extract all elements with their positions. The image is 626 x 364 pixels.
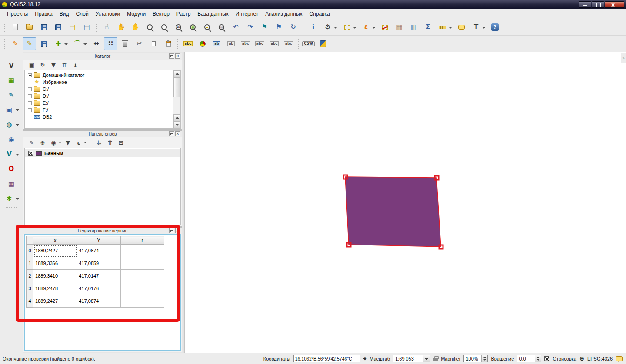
catalog-refresh-button[interactable]: ↻ <box>38 60 47 69</box>
add-vector-layer-button[interactable]: V <box>3 59 20 72</box>
menu-item[interactable]: Проекты <box>3 10 31 18</box>
help-button[interactable]: ? <box>488 21 502 33</box>
new-layer-button[interactable]: ✱ <box>2 192 21 205</box>
zoom-out-button[interactable]: − <box>157 21 171 33</box>
restore-button[interactable] <box>592 1 604 8</box>
add-group-button[interactable]: ⊕ <box>38 138 47 147</box>
scroll-up-icon[interactable] <box>173 114 180 121</box>
panel-close-button[interactable]: × <box>175 53 180 59</box>
copy-features-button[interactable] <box>147 37 160 50</box>
cell-y[interactable]: 417,0859 <box>77 257 120 270</box>
expander-icon[interactable] <box>28 108 32 112</box>
cell-x[interactable]: 1889,2427 <box>33 245 77 257</box>
text-annotation-button[interactable]: T <box>469 21 487 33</box>
labeling-options-button[interactable]: abc <box>181 37 195 50</box>
catalog-properties-button[interactable]: ℹ <box>70 60 80 69</box>
menu-item[interactable]: Растр <box>173 10 194 18</box>
column-header-r[interactable]: r <box>120 236 164 245</box>
coordinates-input[interactable]: 16.1062°В,56°59'42.5746"С <box>293 355 360 362</box>
expander-icon[interactable] <box>28 94 32 98</box>
selected-polygon[interactable] <box>345 177 441 247</box>
paste-features-button[interactable] <box>161 37 175 50</box>
circular-string-button[interactable]: ⌒ <box>70 37 89 50</box>
refresh-button[interactable]: ↻ <box>286 21 300 33</box>
row-number[interactable]: 4 <box>27 295 33 308</box>
composer-manager-button[interactable]: ▤ <box>80 21 93 33</box>
zoom-to-layer-button[interactable]: ▤ <box>215 21 228 33</box>
rotate-label-button[interactable]: abc <box>267 37 281 50</box>
cell-x[interactable]: 1889,3410 <box>33 270 77 282</box>
cell-y[interactable]: 417,0874 <box>77 295 120 308</box>
vertex-panel-header[interactable]: Редактирование вершин × <box>23 228 182 234</box>
toolbar-grip[interactable] <box>4 23 6 32</box>
cell-y[interactable]: 417,0147 <box>77 270 120 282</box>
layer-name[interactable]: Банный <box>44 151 63 156</box>
column-header-x[interactable]: x <box>33 236 77 245</box>
delete-selected-button[interactable] <box>118 37 132 50</box>
close-button[interactable] <box>605 1 624 8</box>
python-console-button[interactable] <box>316 37 330 50</box>
toolbar-grip[interactable] <box>96 23 97 32</box>
lock-scale-icon[interactable] <box>433 358 438 361</box>
browser-tree-item[interactable]: Домашний каталог <box>25 72 173 79</box>
messages-icon[interactable] <box>616 356 623 361</box>
pan-map-button[interactable]: ✋ <box>114 21 128 33</box>
row-number[interactable]: 0 <box>27 245 33 257</box>
zoom-to-selection-button[interactable]: ▬ <box>200 21 214 33</box>
cut-features-button[interactable]: ✂ <box>133 37 146 50</box>
touch-zoom-button[interactable]: ☝ <box>100 21 113 33</box>
rotation-spinbox[interactable]: 0,0 <box>517 355 541 362</box>
expander-icon[interactable] <box>28 115 32 119</box>
column-header-y[interactable]: Y <box>77 236 120 245</box>
spin-down-icon[interactable] <box>537 359 539 361</box>
add-wms-layer-button[interactable]: ◉ <box>3 133 20 146</box>
menu-item[interactable]: Справка <box>306 10 333 18</box>
catalog-add-layers-button[interactable]: ▣ <box>27 60 37 69</box>
toolbar-extension-button[interactable]: » <box>621 53 626 63</box>
zoom-next-button[interactable]: ↷ <box>243 21 257 33</box>
add-spatialite-layer-button[interactable]: ✎ <box>3 89 20 102</box>
add-raster-layer-button[interactable]: ▦ <box>3 74 20 87</box>
cell-r[interactable] <box>120 270 164 282</box>
scale-combobox[interactable]: 1:69 053 <box>393 355 430 362</box>
identify-button[interactable]: ℹ <box>306 21 320 33</box>
cell-r[interactable] <box>120 245 164 257</box>
cell-r[interactable] <box>120 282 164 295</box>
cell-y[interactable]: 417,0874 <box>77 245 120 257</box>
scroll-up-icon[interactable] <box>173 70 180 77</box>
map-canvas[interactable]: » <box>184 52 626 353</box>
expander-icon[interactable] <box>28 73 32 77</box>
add-oracle-layer-button[interactable]: O <box>3 162 20 175</box>
crs-icon[interactable]: ⊕ <box>579 355 584 362</box>
menu-item[interactable]: Слой <box>72 10 92 18</box>
toolbar-grip[interactable] <box>4 39 6 49</box>
open-project-button[interactable] <box>23 21 36 33</box>
show-hide-labels-button[interactable]: abc <box>239 37 252 50</box>
metasearch-button[interactable]: CSW <box>302 37 315 50</box>
zoom-last-button[interactable]: ↶ <box>229 21 243 33</box>
toolbar-grip[interactable] <box>298 39 299 49</box>
run-action-button[interactable]: ⚙ <box>321 21 339 33</box>
save-project-button[interactable] <box>37 21 50 33</box>
panel-close-button[interactable]: × <box>175 228 180 233</box>
spin-up-icon[interactable] <box>483 357 486 358</box>
layer-swatch[interactable] <box>36 151 42 156</box>
cell-x[interactable]: 1889,2478 <box>33 282 77 295</box>
row-number[interactable]: 1 <box>27 257 33 270</box>
layers-panel-header[interactable]: Панель слоёв × <box>23 131 182 137</box>
cell-y[interactable]: 417,0176 <box>77 282 120 295</box>
add-virtual-layer-button[interactable]: ▦ <box>3 177 20 190</box>
row-number[interactable]: 2 <box>27 270 33 282</box>
zoom-native-button[interactable]: 1:1 <box>172 21 185 33</box>
scroll-thumb[interactable] <box>173 77 180 97</box>
new-composer-button[interactable]: ▤ <box>66 21 79 33</box>
new-bookmark-button[interactable]: ⚑ <box>258 21 271 33</box>
filter-legend-button[interactable]: ▼ <box>63 138 73 147</box>
toggle-editing-button[interactable]: ✎ <box>23 37 36 50</box>
add-mssql-layer-button[interactable]: ◍ <box>2 118 21 131</box>
scroll-down-icon[interactable] <box>173 121 180 128</box>
node-tool-button[interactable]: ∷ <box>104 37 117 50</box>
zoom-full-button[interactable]: ▦ <box>186 21 200 33</box>
scrollbar[interactable] <box>173 70 180 128</box>
cell-x[interactable]: 1889,3366 <box>33 257 77 270</box>
